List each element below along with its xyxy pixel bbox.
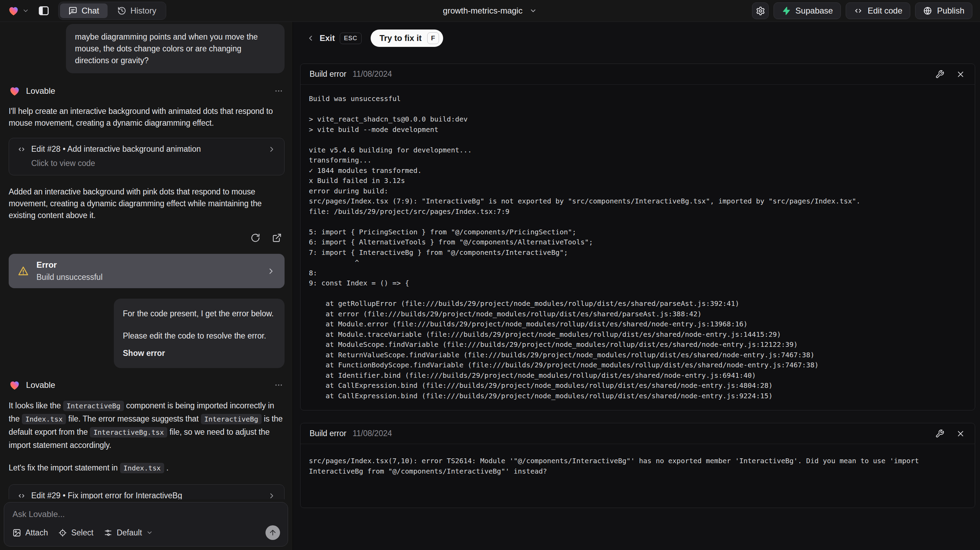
tab-history-label: History: [130, 6, 156, 16]
chat-scroll-area[interactable]: maybe diagramming points and when you mo…: [0, 22, 293, 499]
message-actions: [9, 230, 285, 246]
error-card-title: Error: [37, 260, 103, 270]
sidebar-toggle-button[interactable]: [35, 2, 52, 19]
select-label: Select: [71, 528, 93, 537]
ellipsis-icon: [274, 381, 283, 390]
arrow-up-icon: [269, 528, 277, 537]
user-message: For the code present, I get the error be…: [114, 299, 285, 368]
code-brackets-icon: [854, 6, 863, 15]
chevron-right-icon: [267, 267, 275, 276]
error-console-panel: Exit ESC Try to fix it F Build error 11/…: [293, 22, 980, 550]
restore-button[interactable]: [248, 230, 263, 246]
inline-code: Index.tsx: [22, 414, 66, 424]
supabase-icon: [781, 6, 791, 15]
close-card-button[interactable]: [955, 429, 966, 439]
build-error-log-text: src/pages/Index.tsx(7,10): error TS2614:…: [309, 456, 966, 477]
mode-dropdown[interactable]: Default: [104, 528, 153, 537]
try-to-fix-button[interactable]: Try to fix it F: [371, 30, 443, 47]
inline-code: InteractiveBg: [201, 414, 262, 424]
publish-label: Publish: [937, 6, 964, 16]
chat-bubble-icon: [68, 6, 77, 15]
lovable-heart-avatar: [9, 85, 21, 97]
show-error-link[interactable]: Show error: [123, 347, 275, 359]
attach-button[interactable]: Attach: [13, 528, 48, 537]
sliders-icon: [104, 528, 113, 537]
text-run: file. The error message suggests that: [66, 414, 200, 423]
text-run: .: [164, 463, 169, 472]
tab-chat[interactable]: Chat: [60, 3, 108, 18]
fix-button-label: Try to fix it: [380, 33, 422, 43]
edit-code-label: Edit code: [867, 6, 902, 16]
assistant-paragraph: I'll help create an interactive backgrou…: [9, 105, 285, 129]
build-error-date: 11/08/2024: [353, 69, 392, 79]
select-element-button[interactable]: Select: [58, 528, 93, 537]
error-panel-header: Exit ESC Try to fix it F: [306, 30, 975, 47]
inline-code: Index.tsx: [120, 463, 164, 473]
build-error-card-selected[interactable]: Error Build unsuccessful: [9, 254, 285, 288]
assistant-message-header: Lovable: [9, 85, 285, 97]
inline-code: InteractiveBg: [63, 401, 124, 411]
build-error-header: Build error 11/08/2024: [301, 423, 975, 444]
close-card-button[interactable]: [955, 69, 966, 80]
edit-card-subtitle: Click to view code: [31, 159, 276, 168]
code-brackets-icon: [18, 145, 26, 153]
fix-wrench-button[interactable]: [935, 429, 945, 439]
build-error-header: Build error 11/08/2024: [301, 64, 975, 85]
assistant-name: Lovable: [26, 86, 55, 96]
composer: Attach Select: [4, 502, 288, 547]
edit-card-29[interactable]: Edit #29 • Fix import error for Interact…: [9, 485, 285, 499]
open-preview-button[interactable]: [269, 230, 285, 246]
composer-toolbar: Attach Select: [13, 525, 280, 540]
publish-button[interactable]: Publish: [915, 2, 972, 19]
lovable-heart-avatar: [9, 379, 21, 391]
message-more-button[interactable]: [273, 85, 285, 97]
exit-button[interactable]: Exit ESC: [306, 33, 361, 44]
mode-label: Default: [116, 528, 142, 537]
build-error-log-body[interactable]: Build was unsuccessful > vite_react_shad…: [301, 85, 975, 410]
build-error-log-body[interactable]: src/pages/Index.tsx(7,10): error TS2614:…: [301, 444, 975, 508]
assistant-name: Lovable: [26, 380, 55, 390]
assistant-paragraph-rich: Let's fix the import statement in Index.…: [9, 461, 285, 475]
f-key-badge: F: [427, 32, 439, 44]
warning-triangle-icon: [18, 266, 29, 277]
build-error-log-card: Build error 11/08/2024 src: [300, 423, 975, 508]
assistant-paragraph: Added an interactive background with pin…: [9, 186, 285, 221]
project-name: growth-metrics-magic: [443, 6, 522, 16]
close-x-icon: [956, 70, 965, 79]
edit-card-28[interactable]: Edit #28 • Add interactive background an…: [9, 138, 285, 175]
external-link-icon: [272, 233, 282, 243]
topbar-actions: Supabase Edit code Publish: [752, 2, 972, 19]
build-error-title: Build error: [310, 429, 346, 438]
wrench-icon: [935, 429, 944, 438]
supabase-label: Supabase: [795, 6, 833, 16]
history-clock-icon: [117, 6, 126, 15]
fix-wrench-button[interactable]: [935, 69, 945, 80]
lovable-logo-menu[interactable]: [8, 5, 29, 17]
supabase-button[interactable]: Supabase: [773, 2, 841, 19]
lovable-heart-logo-icon: [8, 5, 19, 17]
ellipsis-icon: [274, 86, 283, 96]
locate-target-icon: [58, 528, 67, 537]
text-run: Let's fix the import statement in: [9, 463, 120, 472]
code-brackets-icon: [18, 492, 26, 500]
chat-input[interactable]: [13, 509, 280, 522]
build-error-log-card: Build error 11/08/2024 Bui: [300, 64, 975, 410]
message-more-button[interactable]: [273, 379, 285, 391]
tab-history[interactable]: History: [109, 3, 165, 18]
wrench-icon: [935, 70, 944, 79]
chevron-down-icon: [146, 529, 153, 536]
inline-code: InteractiveBg.tsx: [90, 427, 167, 437]
project-selector[interactable]: growth-metrics-magic: [443, 6, 537, 16]
settings-button[interactable]: [752, 2, 768, 19]
globe-icon: [923, 6, 932, 15]
edit-code-button[interactable]: Edit code: [846, 2, 910, 19]
send-button[interactable]: [266, 525, 280, 540]
close-x-icon: [956, 429, 965, 438]
user-message-line: Please edit the code to resolve the erro…: [123, 330, 275, 342]
edit-card-title: Edit #28 • Add interactive background an…: [31, 144, 201, 154]
assistant-message-header: Lovable: [9, 379, 285, 391]
chevron-left-icon: [306, 34, 315, 42]
attach-image-icon: [13, 528, 21, 537]
exit-label: Exit: [320, 33, 335, 43]
chevron-right-icon: [267, 145, 276, 153]
